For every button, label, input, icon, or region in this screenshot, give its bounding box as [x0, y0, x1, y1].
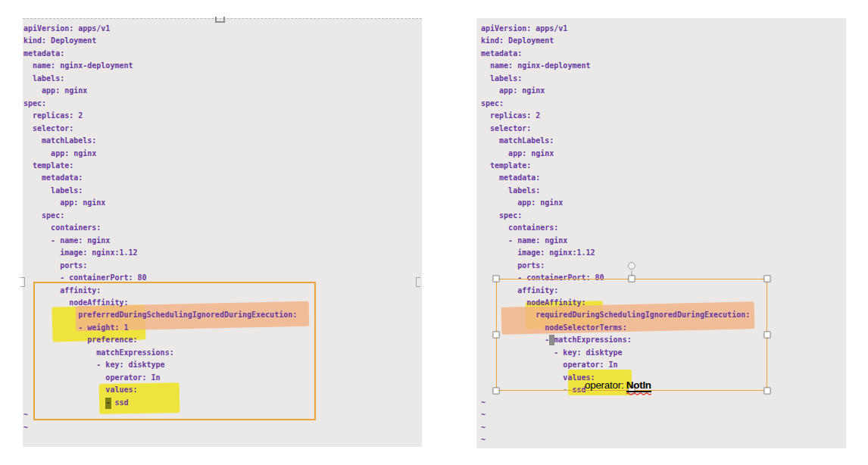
crop-mark-right-icon[interactable] [416, 277, 420, 287]
document-canvas: apiVersion: apps/v1 kind: Deployment met… [0, 0, 868, 465]
resize-handle-mid-left[interactable] [493, 332, 500, 339]
crop-mark-left-icon[interactable] [20, 277, 25, 287]
rotation-handle-icon[interactable] [628, 262, 635, 270]
resize-handle-mid-right[interactable] [764, 332, 771, 339]
operator-notin-note[interactable]: operator: NotIn [585, 379, 651, 391]
resize-handle-bottom-left[interactable] [493, 388, 500, 395]
spellcheck-squiggle-icon [626, 392, 651, 395]
operator-prefix-text: operator: [585, 379, 626, 391]
notin-emphasis-text: NotIn [626, 379, 651, 392]
affinity-annotation-box-right[interactable] [496, 279, 767, 391]
affinity-annotation-box-left[interactable] [33, 282, 316, 420]
resize-handle-top-left[interactable] [493, 276, 500, 282]
resize-handle-top-center[interactable] [629, 276, 635, 282]
resize-handle-bottom-right[interactable] [764, 388, 771, 395]
resize-handle-top-right[interactable] [764, 276, 771, 282]
crop-handle-top-icon[interactable] [215, 17, 225, 23]
